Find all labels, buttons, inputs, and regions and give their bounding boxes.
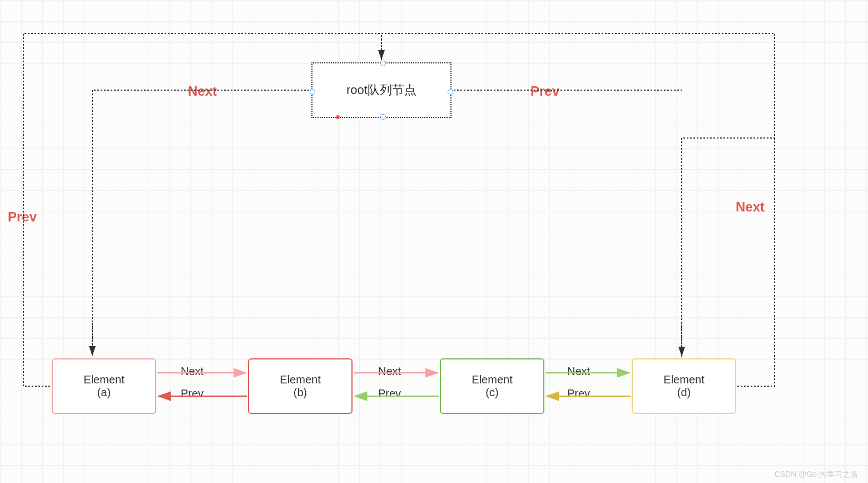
label-left-prev: Prev [8, 209, 37, 225]
label-cd-prev: Prev [567, 387, 590, 400]
root-label: root队列节点 [346, 82, 416, 98]
label-root-next: Next [188, 83, 217, 99]
handle-bottom [380, 114, 386, 120]
element-a-title: Element [83, 373, 124, 386]
handle-right [448, 89, 453, 95]
element-d: Element (d) [632, 358, 736, 414]
element-a: Element (a) [52, 358, 156, 414]
handle-left [310, 89, 315, 95]
label-ab-next: Next [181, 365, 204, 378]
label-bc-next: Next [378, 365, 401, 378]
element-c-sub: (c) [485, 386, 498, 399]
label-right-next: Next [736, 199, 765, 215]
label-bc-prev: Prev [378, 387, 401, 400]
element-c-title: Element [472, 373, 512, 386]
element-b-sub: (b) [294, 386, 307, 399]
element-b: Element (b) [248, 358, 353, 414]
element-b-title: Element [280, 373, 320, 386]
element-d-title: Element [663, 373, 704, 386]
label-cd-next: Next [567, 365, 590, 378]
label-root-prev: Prev [530, 83, 559, 99]
element-d-sub: (d) [677, 386, 691, 399]
watermark: CSDN @Go 的学习之路 [775, 470, 858, 480]
element-a-sub: (a) [97, 386, 111, 399]
element-c: Element (c) [440, 358, 544, 414]
handle-top [380, 61, 386, 66]
anchor-dot [336, 115, 340, 119]
root-node: root队列节点 [311, 62, 452, 118]
label-ab-prev: Prev [181, 387, 204, 400]
